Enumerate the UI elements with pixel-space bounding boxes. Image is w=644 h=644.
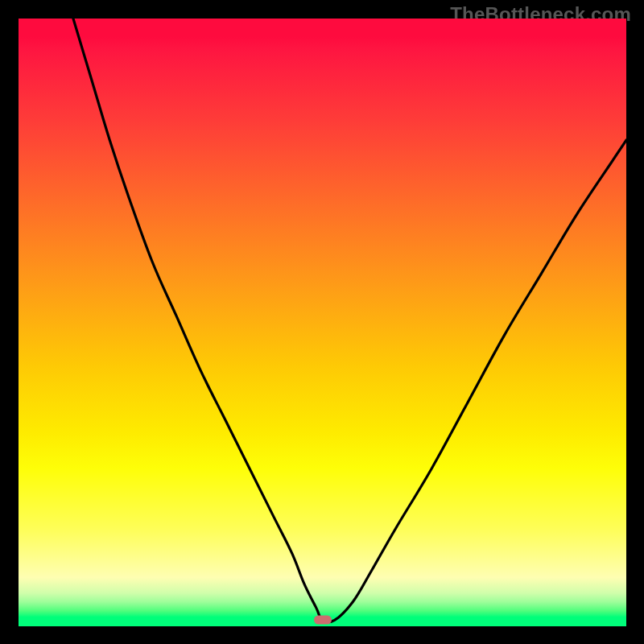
bottleneck-curve xyxy=(19,19,626,626)
chart-stage: TheBottleneck.com xyxy=(0,0,644,644)
minimum-marker xyxy=(314,616,332,625)
plot-area xyxy=(19,19,626,626)
